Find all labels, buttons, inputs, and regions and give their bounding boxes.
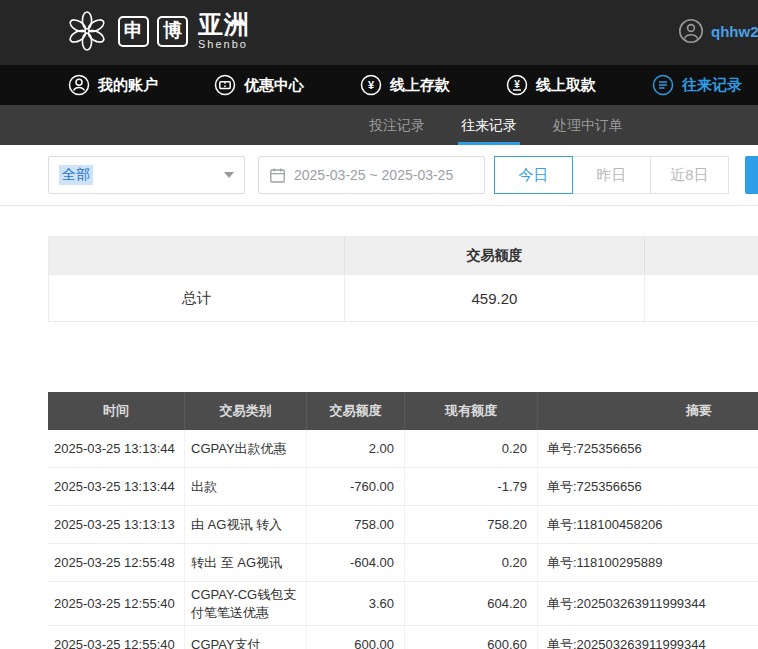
cell-time: 2025-03-25 13:13:44: [48, 430, 185, 467]
section-divider: [0, 205, 758, 206]
col-header-type: 交易类别: [185, 392, 307, 430]
nav-item-deposit[interactable]: ¥ 线上存款: [360, 74, 450, 96]
calendar-icon: [269, 167, 286, 184]
logo-region-text: 亚洲: [198, 12, 250, 37]
cell-amount: 600.00: [307, 626, 405, 649]
cell-memo: 单号:118100458206: [538, 506, 758, 543]
svg-text:¥: ¥: [368, 79, 375, 91]
quick-button-yesterday[interactable]: 昨日: [572, 156, 651, 194]
logo-char-bo: 博: [157, 16, 188, 47]
cell-memo: 单号:202503263911999344: [538, 626, 758, 649]
cell-memo: 单号:202503263911999344: [538, 582, 758, 625]
transactions-table: 时间 交易类别 交易额度 现有额度 摘要 2025-03-25 13:13:44…: [48, 392, 758, 649]
user-avatar-icon: [678, 18, 704, 44]
date-range-value: 2025-03-25 ~ 2025-03-25: [294, 167, 453, 183]
page: 申 博 亚洲 Shenbo qhhw2: [0, 0, 758, 649]
type-select[interactable]: 全部: [48, 156, 245, 194]
summary-header-empty2: [645, 237, 758, 274]
cell-type: 出款: [185, 468, 307, 505]
cell-type: 转出 至 AG视讯: [185, 544, 307, 581]
withdraw-icon: ¥: [506, 74, 528, 96]
summary-table: 交易额度 总计 459.20: [48, 236, 758, 322]
cell-amount: 2.00: [307, 430, 405, 467]
cell-time: 2025-03-25 13:13:44: [48, 468, 185, 505]
cell-type: CGPAY-CG钱包支付笔笔送优惠: [185, 582, 307, 625]
nav-item-promotions[interactable]: 优惠中心: [214, 74, 304, 96]
brand-logo: 申 博 亚洲 Shenbo: [64, 8, 250, 54]
coupon-icon: [214, 74, 236, 96]
user-account-link[interactable]: qhhw2: [678, 18, 758, 44]
cell-balance: -1.79: [405, 468, 538, 505]
nav-item-transactions[interactable]: 往来记录: [652, 74, 742, 96]
logo-char-shen: 申: [118, 16, 149, 47]
records-icon: [652, 74, 674, 96]
username-text: qhhw2: [711, 23, 758, 40]
cell-balance: 604.20: [405, 582, 538, 625]
nav-item-my-account[interactable]: 我的账户: [68, 74, 158, 96]
cell-balance: 600.60: [405, 626, 538, 649]
nav-item-label: 线上取款: [536, 76, 596, 95]
summary-header-empty: [49, 237, 345, 274]
cell-time: 2025-03-25 12:55:40: [48, 582, 185, 625]
cell-amount: 3.60: [307, 582, 405, 625]
cell-memo: 单号:118100295889: [538, 544, 758, 581]
date-range-input[interactable]: 2025-03-25 ~ 2025-03-25: [258, 156, 485, 194]
deposit-icon: ¥: [360, 74, 382, 96]
col-header-amount: 交易额度: [307, 392, 405, 430]
main-nav: 我的账户 优惠中心 ¥ 线上存款: [0, 65, 758, 105]
cell-amount: -760.00: [307, 468, 405, 505]
cell-amount: 758.00: [307, 506, 405, 543]
svg-text:¥: ¥: [514, 79, 520, 90]
cell-type: CGPAY支付: [185, 626, 307, 649]
col-header-memo: 摘要: [538, 392, 758, 430]
chevron-down-icon: [224, 172, 234, 178]
cell-time: 2025-03-25 13:13:13: [48, 506, 185, 543]
cell-balance: 758.20: [405, 506, 538, 543]
summary-total-label: 总计: [49, 275, 345, 321]
table-row: 2025-03-25 13:13:44 CGPAY出款优惠 2.00 0.20 …: [48, 430, 758, 468]
summary-total-empty: [645, 275, 758, 321]
summary-header-row: 交易额度: [49, 237, 758, 274]
logo-region: 亚洲 Shenbo: [198, 12, 250, 50]
account-icon: [68, 74, 90, 96]
nav-item-label: 优惠中心: [244, 76, 304, 95]
summary-header-amount: 交易额度: [345, 237, 644, 274]
tab-transaction-records[interactable]: 往来记录: [458, 105, 520, 145]
filter-bar: 全部 2025-03-25 ~ 2025-03-25 今日 昨日 近8日: [48, 156, 729, 194]
cell-memo: 单号:725356656: [538, 468, 758, 505]
tab-pending-orders[interactable]: 处理中订单: [550, 105, 626, 145]
table-row: 2025-03-25 12:55:48 转出 至 AG视讯 -604.00 0.…: [48, 544, 758, 582]
sub-tab-bar: 投注记录 往来记录 处理中订单: [0, 105, 758, 145]
cell-type: 由 AG视讯 转入: [185, 506, 307, 543]
search-button[interactable]: [745, 156, 758, 194]
table-row: 2025-03-25 12:55:40 CGPAY支付 600.00 600.6…: [48, 626, 758, 649]
cell-time: 2025-03-25 12:55:48: [48, 544, 185, 581]
summary-total-value: 459.20: [345, 275, 644, 321]
cell-amount: -604.00: [307, 544, 405, 581]
summary-total-row: 总计 459.20: [49, 274, 758, 321]
table-row: 2025-03-25 13:13:44 出款 -760.00 -1.79 单号:…: [48, 468, 758, 506]
table-header-row: 时间 交易类别 交易额度 现有额度 摘要: [48, 392, 758, 430]
nav-item-label: 线上存款: [390, 76, 450, 95]
nav-item-label: 往来记录: [682, 76, 742, 95]
logo-subtitle: Shenbo: [198, 39, 250, 50]
cell-time: 2025-03-25 12:55:40: [48, 626, 185, 649]
nav-item-label: 我的账户: [98, 76, 158, 95]
type-select-value: 全部: [59, 165, 93, 185]
cell-type: CGPAY出款优惠: [185, 430, 307, 467]
quick-button-today[interactable]: 今日: [494, 156, 573, 194]
cell-balance: 0.20: [405, 430, 538, 467]
flower-logo-icon: [64, 8, 110, 54]
cell-memo: 单号:725356656: [538, 430, 758, 467]
nav-item-withdraw[interactable]: ¥ 线上取款: [506, 74, 596, 96]
cell-balance: 0.20: [405, 544, 538, 581]
table-row: 2025-03-25 13:13:13 由 AG视讯 转入 758.00 758…: [48, 506, 758, 544]
col-header-time: 时间: [48, 392, 185, 430]
quick-button-last8days[interactable]: 近8日: [650, 156, 729, 194]
app-header: 申 博 亚洲 Shenbo qhhw2: [0, 0, 758, 65]
col-header-balance: 现有额度: [405, 392, 538, 430]
table-row: 2025-03-25 12:55:40 CGPAY-CG钱包支付笔笔送优惠 3.…: [48, 582, 758, 626]
tab-bet-records[interactable]: 投注记录: [366, 105, 428, 145]
